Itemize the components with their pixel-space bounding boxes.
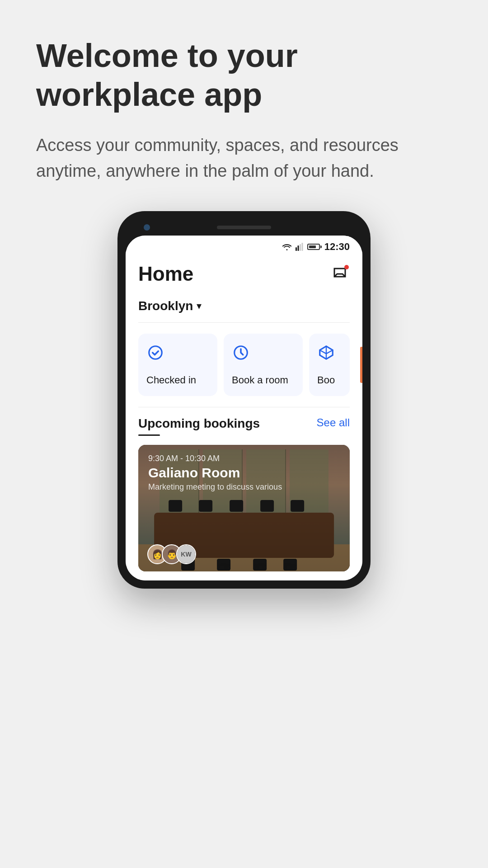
status-bar: 12:30 xyxy=(126,236,362,255)
notification-button[interactable] xyxy=(330,264,350,284)
phone-speaker xyxy=(217,226,271,229)
battery-icon xyxy=(307,244,320,250)
svg-rect-1 xyxy=(297,245,299,251)
notification-dot xyxy=(344,265,349,269)
status-icons xyxy=(282,243,320,251)
book-room-label: Book a room xyxy=(232,374,288,386)
wifi-icon xyxy=(282,243,292,251)
hero-section: Welcome to your workplace app Access you… xyxy=(27,36,461,184)
bookings-header: Upcoming bookings See all xyxy=(138,416,350,431)
checked-in-card[interactable]: Checked in xyxy=(138,334,217,396)
bookings-title: Upcoming bookings xyxy=(138,416,260,430)
phone-top-bar xyxy=(126,219,362,236)
booking-content: 9:30 AM - 10:30 AM Galiano Room Marketin… xyxy=(138,445,350,501)
booking-time: 9:30 AM - 10:30 AM xyxy=(148,454,340,463)
booking-room-name: Galiano Room xyxy=(148,465,340,481)
app-header: Home xyxy=(126,255,362,294)
bookings-section: Upcoming bookings See all xyxy=(126,407,362,580)
box-icon xyxy=(317,344,335,362)
app-title: Home xyxy=(138,263,193,285)
quick-actions: Checked in Book a room xyxy=(126,323,362,407)
attendee-avatars: 👩 👨 KW xyxy=(147,544,196,564)
phone-screen: 12:30 Home Brooklyn ▾ xyxy=(126,236,362,580)
svg-point-4 xyxy=(149,346,162,359)
scroll-indicator xyxy=(360,347,362,383)
bookings-title-group: Upcoming bookings xyxy=(138,416,260,431)
book-other-label: Boo xyxy=(317,374,335,386)
booking-card[interactable]: 9:30 AM - 10:30 AM Galiano Room Marketin… xyxy=(138,445,350,571)
location-name: Brooklyn xyxy=(138,299,193,313)
phone-frame: 12:30 Home Brooklyn ▾ xyxy=(117,211,371,589)
book-room-card[interactable]: Book a room xyxy=(224,334,303,396)
svg-rect-3 xyxy=(301,243,303,251)
booking-description: Marketing meeting to discuss various xyxy=(148,482,340,492)
phone-camera xyxy=(144,224,150,231)
checked-in-label: Checked in xyxy=(146,374,196,386)
check-circle-icon xyxy=(146,344,164,362)
svg-rect-0 xyxy=(296,247,297,251)
booking-footer: 👩 👨 KW xyxy=(147,544,196,564)
bookings-underline xyxy=(138,434,160,436)
see-all-button[interactable]: See all xyxy=(317,416,350,429)
status-time: 12:30 xyxy=(324,241,350,253)
clock-icon xyxy=(232,344,250,362)
avatar-kw: KW xyxy=(176,544,196,564)
location-selector[interactable]: Brooklyn ▾ xyxy=(126,294,362,322)
svg-rect-2 xyxy=(300,244,301,251)
hero-title: Welcome to your workplace app xyxy=(36,36,452,114)
chevron-down-icon: ▾ xyxy=(197,300,202,312)
hero-subtitle: Access your community, spaces, and resou… xyxy=(36,132,452,184)
book-other-card[interactable]: Boo xyxy=(309,334,350,396)
signal-icon xyxy=(296,243,304,251)
